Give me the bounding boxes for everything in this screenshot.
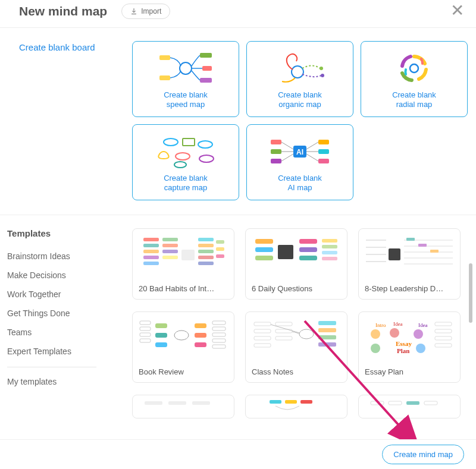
svg-line-27 bbox=[306, 142, 318, 149]
template-card-book-review[interactable]: Book Review bbox=[132, 311, 234, 383]
scrollbar[interactable] bbox=[469, 263, 472, 430]
create-mind-map-button[interactable]: Create mind map bbox=[382, 445, 464, 464]
ai-map-icon: AI bbox=[252, 130, 348, 174]
svg-point-103 bbox=[371, 329, 380, 339]
svg-rect-22 bbox=[318, 149, 329, 154]
import-button[interactable]: Import bbox=[121, 4, 170, 19]
blank-card-speed-map[interactable]: Create blank speed map bbox=[132, 41, 239, 117]
svg-rect-76 bbox=[155, 323, 167, 328]
blank-card-ai-map[interactable]: AI Create blank bbox=[246, 124, 353, 200]
svg-text:Plan: Plan bbox=[397, 347, 409, 354]
svg-text:Essay: Essay bbox=[396, 340, 412, 347]
svg-rect-118 bbox=[285, 400, 297, 404]
templates-heading: Templates bbox=[7, 228, 120, 238]
svg-rect-54 bbox=[299, 256, 317, 260]
svg-point-12 bbox=[198, 141, 212, 148]
blank-card-capture-map[interactable]: Create blank capture map bbox=[132, 124, 239, 200]
svg-rect-32 bbox=[143, 250, 159, 253]
create-blank-board-link[interactable]: Create blank board bbox=[19, 42, 119, 52]
svg-rect-46 bbox=[216, 247, 224, 251]
svg-rect-115 bbox=[168, 401, 186, 405]
svg-rect-47 bbox=[216, 254, 224, 258]
svg-rect-4 bbox=[202, 66, 212, 71]
templates-scroll[interactable]: 20 Bad Habits of Int… 6 Daily Questions bbox=[132, 228, 465, 418]
template-card-essay-plan[interactable]: Intro Idea Idea Essay Plan Essay Plan bbox=[358, 311, 461, 383]
organic-map-icon bbox=[252, 46, 348, 90]
svg-rect-10 bbox=[183, 139, 195, 146]
svg-point-104 bbox=[390, 328, 399, 338]
svg-rect-83 bbox=[212, 321, 226, 325]
svg-rect-40 bbox=[198, 238, 214, 241]
svg-rect-91 bbox=[254, 344, 271, 347]
my-templates-link[interactable]: My templates bbox=[7, 374, 120, 389]
template-card-6-daily-questions[interactable]: 6 Daily Questions bbox=[245, 228, 347, 300]
svg-rect-113 bbox=[435, 344, 452, 347]
template-card-partial[interactable] bbox=[358, 395, 461, 418]
category-expert-templates[interactable]: Expert Templates bbox=[7, 342, 120, 361]
svg-rect-31 bbox=[143, 244, 159, 247]
svg-rect-23 bbox=[318, 159, 329, 163]
svg-text:Idea: Idea bbox=[418, 322, 428, 328]
close-icon[interactable]: ✕ bbox=[450, 2, 464, 19]
templates-grid: 20 Bad Habits of Int… 6 Daily Questions bbox=[132, 228, 465, 418]
blank-cards-grid: Create blank speed map Create blank org bbox=[132, 41, 470, 200]
svg-rect-78 bbox=[155, 342, 167, 347]
template-thumb bbox=[246, 395, 347, 418]
svg-line-24 bbox=[281, 142, 293, 149]
template-card-partial[interactable] bbox=[132, 395, 234, 418]
svg-rect-39 bbox=[181, 250, 195, 260]
blank-card-label: Create blank capture map bbox=[164, 174, 208, 193]
svg-line-26 bbox=[281, 154, 293, 161]
svg-rect-35 bbox=[162, 238, 178, 241]
category-get-things-done[interactable]: Get Things Done bbox=[7, 304, 120, 323]
template-thumb: Intro Idea Idea Essay Plan bbox=[359, 312, 460, 364]
svg-rect-82 bbox=[195, 342, 206, 347]
template-card-8-step-leadership[interactable]: 8-Step Leadership D… bbox=[358, 228, 461, 300]
svg-rect-119 bbox=[300, 400, 312, 404]
svg-line-29 bbox=[306, 154, 318, 161]
content-area: Create blank speed map Create blank org bbox=[125, 28, 476, 467]
template-label: 6 Daily Questions bbox=[246, 281, 347, 299]
svg-text:Intro: Intro bbox=[375, 322, 386, 328]
scrollbar-thumb[interactable] bbox=[469, 263, 472, 323]
svg-rect-97 bbox=[318, 328, 336, 332]
svg-rect-41 bbox=[198, 244, 214, 247]
svg-rect-116 bbox=[192, 401, 210, 405]
category-make-decisions[interactable]: Make Decisions bbox=[7, 266, 120, 285]
template-label: Book Review bbox=[133, 364, 234, 382]
svg-rect-71 bbox=[430, 250, 439, 253]
category-teams[interactable]: Teams bbox=[7, 323, 120, 342]
template-card-20-bad-habits[interactable]: 20 Bad Habits of Int… bbox=[132, 228, 234, 300]
svg-rect-5 bbox=[200, 78, 212, 83]
svg-rect-90 bbox=[254, 336, 271, 340]
blank-card-radial-map[interactable]: Create blank radial map bbox=[361, 41, 468, 117]
svg-rect-42 bbox=[198, 250, 214, 253]
svg-rect-72 bbox=[140, 321, 151, 325]
svg-rect-59 bbox=[389, 248, 400, 260]
svg-rect-38 bbox=[162, 256, 178, 259]
svg-rect-117 bbox=[270, 400, 281, 404]
category-brainstorm-ideas[interactable]: Brainstorm Ideas bbox=[7, 247, 120, 266]
templates-sidebar: Templates Brainstorm Ideas Make Decision… bbox=[7, 228, 120, 389]
svg-rect-36 bbox=[162, 244, 178, 247]
blank-card-organic-map[interactable]: Create blank organic map bbox=[246, 41, 353, 117]
svg-point-0 bbox=[180, 62, 192, 74]
svg-rect-112 bbox=[435, 336, 452, 340]
svg-rect-86 bbox=[212, 339, 226, 342]
svg-point-14 bbox=[199, 155, 214, 162]
svg-rect-18 bbox=[271, 140, 281, 144]
svg-rect-96 bbox=[318, 321, 336, 325]
sidebar-separator bbox=[7, 367, 96, 367]
template-card-class-notes[interactable]: Class Notes bbox=[245, 311, 347, 383]
svg-point-9 bbox=[410, 64, 418, 73]
category-work-together[interactable]: Work Together bbox=[7, 285, 120, 304]
svg-rect-94 bbox=[275, 336, 292, 340]
svg-rect-75 bbox=[140, 339, 151, 342]
blank-card-label: Create blank radial map bbox=[392, 90, 436, 110]
svg-rect-44 bbox=[198, 262, 214, 265]
svg-rect-123 bbox=[424, 401, 437, 405]
template-card-partial[interactable] bbox=[245, 395, 347, 418]
dialog-header: New mind map Import ✕ bbox=[0, 0, 476, 27]
svg-rect-70 bbox=[418, 244, 427, 247]
svg-point-11 bbox=[164, 139, 178, 146]
